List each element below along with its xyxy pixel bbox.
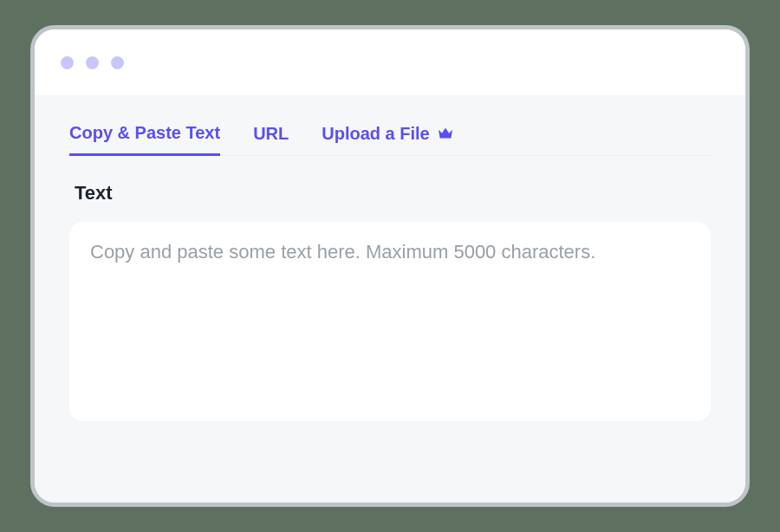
tab-label: URL	[253, 124, 289, 144]
tab-label: Upload a File	[322, 124, 429, 144]
tab-label: Copy & Paste Text	[69, 123, 220, 143]
crown-icon	[437, 124, 454, 144]
window-control-dot[interactable]	[86, 56, 99, 69]
tab-url[interactable]: URL	[253, 123, 289, 155]
window-titlebar	[35, 29, 745, 95]
textarea-container	[69, 222, 711, 421]
section-label: Text	[75, 182, 711, 204]
window-control-dot[interactable]	[111, 56, 124, 69]
tab-bar: Copy & Paste Text URL Upload a File	[69, 123, 711, 156]
tab-copy-paste-text[interactable]: Copy & Paste Text	[69, 123, 220, 156]
app-window: Copy & Paste Text URL Upload a File Text	[30, 25, 750, 507]
tab-upload-file[interactable]: Upload a File	[322, 123, 453, 155]
content-area: Copy & Paste Text URL Upload a File Text	[35, 95, 745, 503]
text-input[interactable]	[90, 241, 690, 286]
window-control-dot[interactable]	[61, 56, 74, 69]
